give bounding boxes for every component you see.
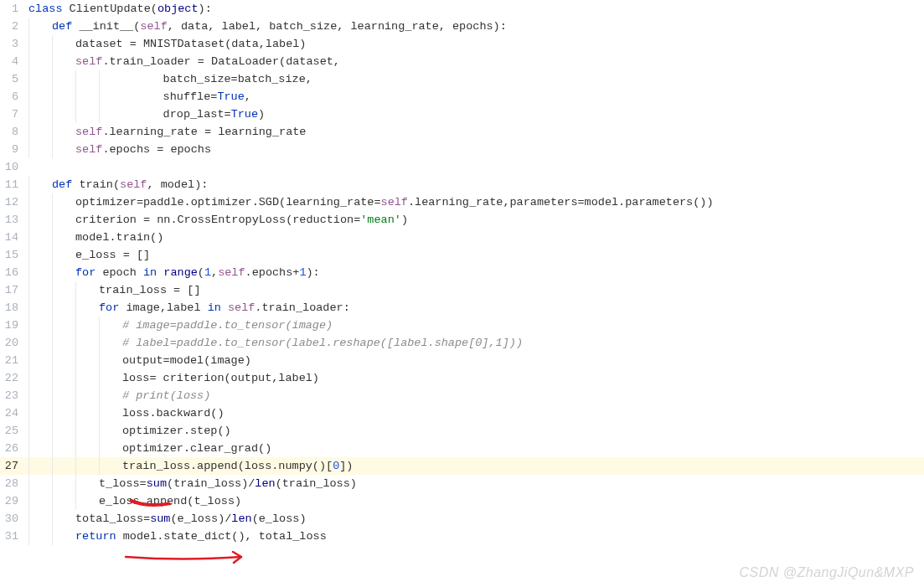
code-line: 17train_loss = [] [0, 281, 924, 299]
indent-guides [28, 211, 75, 229]
indent-guides [28, 404, 122, 422]
code-text: train_loss.append(loss.numpy()[0]) [122, 457, 353, 475]
line-number: 27 [0, 457, 28, 475]
code-line: 28t_loss=sum(train_loss)/len(train_loss) [0, 475, 924, 492]
line-number: 6 [0, 88, 28, 106]
code-editor: 1class ClientUpdate(object):2def __init_… [0, 0, 924, 545]
line-number: 25 [0, 422, 28, 440]
line-number: 16 [0, 264, 28, 281]
code-text: loss.backward() [122, 404, 225, 422]
indent-guides [28, 352, 122, 369]
code-line: 10 [0, 158, 924, 176]
line-number: 15 [0, 246, 28, 264]
code-line: 31return model.state_dict(), total_loss [0, 528, 924, 545]
indent-guides [28, 281, 99, 299]
code-text: dataset = MNISTDataset(data,label) [75, 35, 306, 53]
hand-drawn-arrow [124, 550, 258, 569]
line-number: 29 [0, 492, 28, 510]
code-line: 20# label=paddle.to_tensor(label.reshape… [0, 334, 924, 352]
indent-guides [28, 193, 75, 211]
code-text: e_loss = [] [75, 246, 150, 264]
code-text: def train(self, model): [52, 176, 208, 193]
line-number: 3 [0, 35, 28, 53]
code-line: 14model.train() [0, 229, 924, 246]
indent-guides [28, 176, 52, 193]
line-number: 31 [0, 528, 28, 545]
indent-guides [28, 264, 75, 281]
code-line: 13criterion = nn.CrossEntropyLoss(reduct… [0, 211, 924, 229]
indent-guides [28, 528, 75, 545]
indent-guides [28, 106, 122, 123]
line-number: 4 [0, 53, 28, 70]
line-number: 21 [0, 352, 28, 369]
indent-guides [28, 141, 75, 158]
line-number: 12 [0, 193, 28, 211]
code-text: # image=paddle.to_tensor(image) [122, 317, 333, 334]
indent-guides [28, 510, 75, 528]
code-text: return model.state_dict(), total_loss [75, 528, 327, 545]
code-line: 24loss.backward() [0, 404, 924, 422]
code-text: self.train_loader = DataLoader(dataset, [75, 53, 340, 70]
line-number: 8 [0, 123, 28, 141]
indent-guides [28, 53, 75, 70]
code-line: 3dataset = MNISTDataset(data,label) [0, 35, 924, 53]
code-line: 21output=model(image) [0, 352, 924, 369]
code-line: 30total_loss=sum(e_loss)/len(e_loss) [0, 510, 924, 528]
line-number: 7 [0, 106, 28, 123]
indent-guides [28, 229, 75, 246]
line-number: 24 [0, 404, 28, 422]
indent-guides [28, 35, 75, 53]
code-line: 19# image=paddle.to_tensor(image) [0, 317, 924, 334]
code-text: # label=paddle.to_tensor(label.reshape([… [122, 334, 523, 352]
indent-guides [28, 317, 122, 334]
line-number: 13 [0, 211, 28, 229]
line-number: 28 [0, 475, 28, 492]
code-line: 1class ClientUpdate(object): [0, 0, 924, 18]
code-line: 2def __init__(self, data, label, batch_s… [0, 18, 924, 35]
code-line: 26optimizer.clear_grad() [0, 440, 924, 457]
code-text: total_loss=sum(e_loss)/len(e_loss) [75, 510, 306, 528]
line-number: 22 [0, 369, 28, 387]
code-text: drop_last=True) [122, 106, 265, 123]
watermark: CSDN @ZhangJiQun&MXP [739, 565, 914, 580]
code-text: self.learning_rate = learning_rate [75, 123, 306, 141]
line-number: 10 [0, 158, 28, 176]
code-text: output=model(image) [122, 352, 251, 369]
code-line: 6 shuffle=True, [0, 88, 924, 106]
indent-guides [28, 334, 122, 352]
indent-guides [28, 369, 122, 387]
code-text: train_loss = [] [99, 281, 201, 299]
indent-guides [28, 440, 122, 457]
code-text: loss= criterion(output,label) [122, 369, 319, 387]
code-line: 29e_loss.append(t_loss) [0, 492, 924, 510]
code-text: shuffle=True, [122, 88, 251, 106]
code-text: for image,label in self.train_loader: [99, 299, 350, 317]
code-line: 5 batch_size=batch_size, [0, 70, 924, 88]
code-text: for epoch in range(1,self.epochs+1): [75, 264, 320, 281]
line-number: 23 [0, 387, 28, 404]
code-line: 16for epoch in range(1,self.epochs+1): [0, 264, 924, 281]
code-line: 18for image,label in self.train_loader: [0, 299, 924, 317]
code-line: 4self.train_loader = DataLoader(dataset, [0, 53, 924, 70]
indent-guides [28, 475, 99, 492]
code-text: batch_size=batch_size, [122, 70, 312, 88]
line-number: 19 [0, 317, 28, 334]
line-number: 17 [0, 281, 28, 299]
indent-guides [28, 88, 122, 106]
line-number: 1 [0, 0, 28, 18]
line-number: 11 [0, 176, 28, 193]
indent-guides [28, 492, 99, 510]
code-line: 27train_loss.append(loss.numpy()[0]) [0, 457, 924, 475]
line-number: 26 [0, 440, 28, 457]
code-line: 25optimizer.step() [0, 422, 924, 440]
code-line: 23# print(loss) [0, 387, 924, 404]
indent-guides [28, 457, 122, 475]
code-text: criterion = nn.CrossEntropyLoss(reductio… [75, 211, 408, 229]
code-line: 8self.learning_rate = learning_rate [0, 123, 924, 141]
indent-guides [28, 18, 52, 35]
code-line: 15e_loss = [] [0, 246, 924, 264]
indent-guides [28, 246, 75, 264]
line-number: 5 [0, 70, 28, 88]
indent-guides [28, 387, 122, 404]
line-number: 14 [0, 229, 28, 246]
